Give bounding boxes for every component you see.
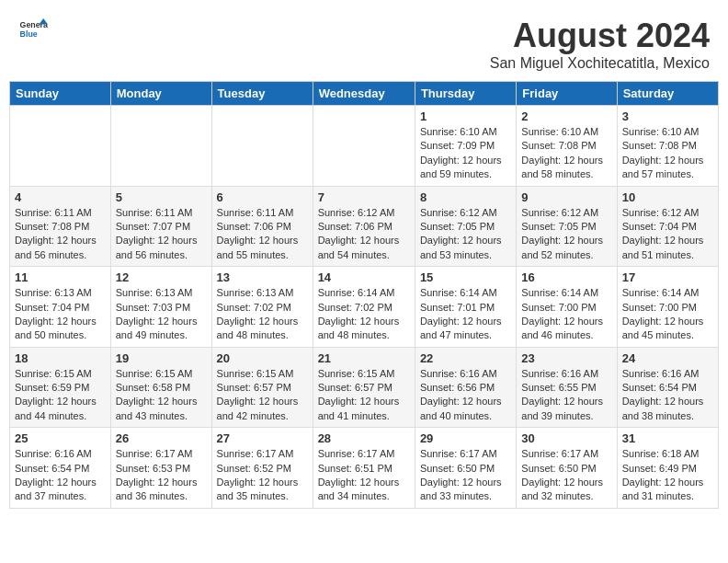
day-info: Sunrise: 6:11 AM Sunset: 7:07 PM Dayligh… (116, 206, 207, 263)
day-number: 6 (217, 190, 308, 204)
col-header-saturday: Saturday (617, 82, 718, 106)
day-info: Sunrise: 6:16 AM Sunset: 6:56 PM Dayligh… (420, 367, 511, 424)
calendar-cell-4-0: 25Sunrise: 6:16 AM Sunset: 6:54 PM Dayli… (10, 428, 111, 509)
day-number: 4 (15, 190, 106, 204)
day-number: 30 (521, 431, 611, 445)
calendar-cell-0-6: 3Sunrise: 6:10 AM Sunset: 7:08 PM Daylig… (617, 106, 718, 187)
calendar-cell-2-2: 13Sunrise: 6:13 AM Sunset: 7:02 PM Dayli… (211, 267, 313, 348)
day-number: 24 (622, 351, 713, 365)
day-number: 23 (521, 351, 611, 365)
calendar-cell-3-5: 23Sunrise: 6:16 AM Sunset: 6:55 PM Dayli… (517, 347, 617, 428)
col-header-friday: Friday (517, 82, 617, 106)
calendar-week-2: 11Sunrise: 6:13 AM Sunset: 7:04 PM Dayli… (10, 267, 719, 348)
day-number: 29 (420, 431, 511, 445)
day-info: Sunrise: 6:12 AM Sunset: 7:04 PM Dayligh… (622, 206, 713, 263)
col-header-tuesday: Tuesday (211, 82, 313, 106)
day-number: 16 (521, 270, 611, 284)
day-info: Sunrise: 6:15 AM Sunset: 6:57 PM Dayligh… (217, 367, 308, 424)
calendar-cell-3-2: 20Sunrise: 6:15 AM Sunset: 6:57 PM Dayli… (211, 347, 313, 428)
day-info: Sunrise: 6:11 AM Sunset: 7:06 PM Dayligh… (217, 206, 308, 263)
calendar-cell-4-3: 28Sunrise: 6:17 AM Sunset: 6:51 PM Dayli… (313, 428, 415, 509)
day-info: Sunrise: 6:17 AM Sunset: 6:50 PM Dayligh… (420, 447, 511, 504)
day-number: 27 (217, 431, 308, 445)
calendar-cell-3-4: 22Sunrise: 6:16 AM Sunset: 6:56 PM Dayli… (415, 347, 516, 428)
day-number: 28 (318, 431, 410, 445)
day-number: 31 (622, 431, 713, 445)
day-info: Sunrise: 6:16 AM Sunset: 6:54 PM Dayligh… (15, 447, 106, 504)
calendar-cell-1-6: 10Sunrise: 6:12 AM Sunset: 7:04 PM Dayli… (617, 186, 718, 267)
day-number: 1 (420, 109, 511, 123)
day-number: 14 (318, 270, 410, 284)
calendar-cell-0-2 (211, 106, 313, 187)
day-number: 18 (15, 351, 106, 365)
day-number: 3 (622, 109, 713, 123)
day-info: Sunrise: 6:10 AM Sunset: 7:09 PM Dayligh… (420, 125, 511, 182)
day-number: 13 (217, 270, 308, 284)
day-info: Sunrise: 6:17 AM Sunset: 6:53 PM Dayligh… (116, 447, 207, 504)
calendar-cell-0-0 (10, 106, 111, 187)
col-header-wednesday: Wednesday (313, 82, 415, 106)
header: General Blue August 2024 San Miguel Xoch… (9, 9, 719, 75)
calendar-cell-4-5: 30Sunrise: 6:17 AM Sunset: 6:50 PM Dayli… (517, 428, 617, 509)
svg-text:Blue: Blue (20, 29, 38, 39)
col-header-thursday: Thursday (415, 82, 516, 106)
calendar-cell-4-1: 26Sunrise: 6:17 AM Sunset: 6:53 PM Dayli… (110, 428, 211, 509)
day-info: Sunrise: 6:13 AM Sunset: 7:02 PM Dayligh… (217, 286, 308, 343)
day-info: Sunrise: 6:14 AM Sunset: 7:00 PM Dayligh… (521, 286, 611, 343)
calendar-cell-1-4: 8Sunrise: 6:12 AM Sunset: 7:05 PM Daylig… (415, 186, 516, 267)
day-number: 10 (622, 190, 713, 204)
calendar-cell-2-4: 15Sunrise: 6:14 AM Sunset: 7:01 PM Dayli… (415, 267, 516, 348)
day-info: Sunrise: 6:14 AM Sunset: 7:00 PM Dayligh… (622, 286, 713, 343)
calendar-cell-0-4: 1Sunrise: 6:10 AM Sunset: 7:09 PM Daylig… (415, 106, 516, 187)
day-info: Sunrise: 6:10 AM Sunset: 7:08 PM Dayligh… (521, 125, 611, 182)
calendar-cell-1-3: 7Sunrise: 6:12 AM Sunset: 7:06 PM Daylig… (313, 186, 415, 267)
calendar-cell-1-2: 6Sunrise: 6:11 AM Sunset: 7:06 PM Daylig… (211, 186, 313, 267)
day-number: 5 (116, 190, 207, 204)
day-info: Sunrise: 6:18 AM Sunset: 6:49 PM Dayligh… (622, 447, 713, 504)
day-info: Sunrise: 6:16 AM Sunset: 6:54 PM Dayligh… (622, 367, 713, 424)
calendar-cell-0-3 (313, 106, 415, 187)
logo-icon: General Blue (18, 17, 48, 42)
logo: General Blue (18, 17, 48, 42)
day-number: 11 (15, 270, 106, 284)
day-info: Sunrise: 6:17 AM Sunset: 6:50 PM Dayligh… (521, 447, 611, 504)
day-number: 17 (622, 270, 713, 284)
calendar-cell-3-0: 18Sunrise: 6:15 AM Sunset: 6:59 PM Dayli… (10, 347, 111, 428)
calendar-header-row: SundayMondayTuesdayWednesdayThursdayFrid… (10, 82, 719, 106)
day-number: 2 (521, 109, 611, 123)
col-header-monday: Monday (110, 82, 211, 106)
calendar-cell-3-3: 21Sunrise: 6:15 AM Sunset: 6:57 PM Dayli… (313, 347, 415, 428)
day-info: Sunrise: 6:16 AM Sunset: 6:55 PM Dayligh… (521, 367, 611, 424)
main-title: August 2024 (490, 17, 710, 55)
day-info: Sunrise: 6:10 AM Sunset: 7:08 PM Dayligh… (622, 125, 713, 182)
day-info: Sunrise: 6:15 AM Sunset: 6:59 PM Dayligh… (15, 367, 106, 424)
calendar-cell-1-5: 9Sunrise: 6:12 AM Sunset: 7:05 PM Daylig… (517, 186, 617, 267)
calendar-cell-4-6: 31Sunrise: 6:18 AM Sunset: 6:49 PM Dayli… (617, 428, 718, 509)
calendar-week-0: 1Sunrise: 6:10 AM Sunset: 7:09 PM Daylig… (10, 106, 719, 187)
day-info: Sunrise: 6:15 AM Sunset: 6:58 PM Dayligh… (116, 367, 207, 424)
calendar-table: SundayMondayTuesdayWednesdayThursdayFrid… (9, 81, 719, 509)
calendar-cell-4-4: 29Sunrise: 6:17 AM Sunset: 6:50 PM Dayli… (415, 428, 516, 509)
day-info: Sunrise: 6:13 AM Sunset: 7:04 PM Dayligh… (15, 286, 106, 343)
calendar-cell-4-2: 27Sunrise: 6:17 AM Sunset: 6:52 PM Dayli… (211, 428, 313, 509)
day-info: Sunrise: 6:14 AM Sunset: 7:01 PM Dayligh… (420, 286, 511, 343)
day-info: Sunrise: 6:12 AM Sunset: 7:05 PM Dayligh… (521, 206, 611, 263)
day-info: Sunrise: 6:12 AM Sunset: 7:05 PM Dayligh… (420, 206, 511, 263)
day-number: 7 (318, 190, 410, 204)
calendar-week-1: 4Sunrise: 6:11 AM Sunset: 7:08 PM Daylig… (10, 186, 719, 267)
day-number: 26 (116, 431, 207, 445)
calendar-cell-2-0: 11Sunrise: 6:13 AM Sunset: 7:04 PM Dayli… (10, 267, 111, 348)
day-number: 22 (420, 351, 511, 365)
day-info: Sunrise: 6:17 AM Sunset: 6:52 PM Dayligh… (217, 447, 308, 504)
calendar-week-4: 25Sunrise: 6:16 AM Sunset: 6:54 PM Dayli… (10, 428, 719, 509)
calendar-cell-1-0: 4Sunrise: 6:11 AM Sunset: 7:08 PM Daylig… (10, 186, 111, 267)
day-number: 20 (217, 351, 308, 365)
day-number: 8 (420, 190, 511, 204)
calendar-cell-0-1 (110, 106, 211, 187)
day-number: 21 (318, 351, 410, 365)
calendar-cell-2-6: 17Sunrise: 6:14 AM Sunset: 7:00 PM Dayli… (617, 267, 718, 348)
day-number: 15 (420, 270, 511, 284)
calendar-cell-3-6: 24Sunrise: 6:16 AM Sunset: 6:54 PM Dayli… (617, 347, 718, 428)
calendar-cell-2-3: 14Sunrise: 6:14 AM Sunset: 7:02 PM Dayli… (313, 267, 415, 348)
calendar-cell-2-5: 16Sunrise: 6:14 AM Sunset: 7:00 PM Dayli… (517, 267, 617, 348)
